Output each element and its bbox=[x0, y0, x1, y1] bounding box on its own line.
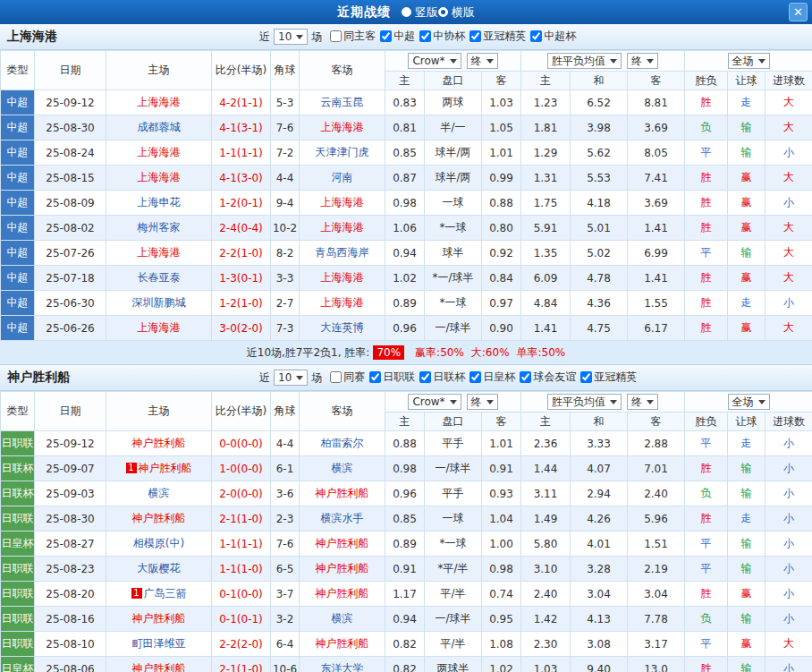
match-row: 日皇杯25-08-27相模原(中)1-1(1-1)7-6神户胜利船0.89*一球… bbox=[1, 532, 812, 557]
home-team-link[interactable]: 横滨 bbox=[106, 481, 212, 506]
away-team-link[interactable]: 大连英博 bbox=[300, 316, 385, 341]
final-odds-select[interactable]: 终 bbox=[467, 53, 498, 69]
avg-away-odds: 2.88 bbox=[628, 431, 685, 456]
final-odds-select[interactable]: 终 bbox=[467, 394, 498, 410]
away-team-link[interactable]: 神户胜利船 bbox=[300, 481, 385, 506]
home-team-link[interactable]: 大阪樱花 bbox=[106, 557, 212, 582]
filter-checkbox-0[interactable]: 同赛 bbox=[330, 370, 365, 385]
home-team-link[interactable]: 神户胜利船 bbox=[106, 431, 212, 456]
final-odds-select[interactable]: 终 bbox=[627, 394, 658, 410]
avg-home-odds: 5.80 bbox=[521, 532, 571, 557]
match-count-select[interactable]: 10 bbox=[274, 370, 308, 386]
away-team-link[interactable]: 上海海港 bbox=[300, 266, 385, 291]
checkbox-input[interactable] bbox=[419, 30, 431, 42]
checkbox-input[interactable] bbox=[369, 371, 381, 383]
filter-checkbox-2[interactable]: 中协杯 bbox=[419, 29, 465, 44]
checkbox-input[interactable] bbox=[330, 371, 342, 383]
handicap-home-odds: 0.98 bbox=[385, 191, 425, 216]
home-team-link[interactable]: 上海申花 bbox=[106, 191, 212, 216]
match-date: 25-08-10 bbox=[35, 632, 106, 657]
match-date: 25-09-07 bbox=[35, 456, 106, 481]
away-team-link[interactable]: 神户胜利船 bbox=[300, 632, 385, 657]
home-team-link[interactable]: 上海海港 bbox=[106, 90, 212, 115]
checkbox-input[interactable] bbox=[330, 30, 342, 42]
handicap-away-odds: 1.01 bbox=[482, 431, 521, 456]
away-team-link[interactable]: 上海海港 bbox=[300, 216, 385, 241]
bookmaker-select[interactable]: Crow* bbox=[408, 53, 461, 69]
filter-checkbox-1[interactable]: 日职联 bbox=[369, 370, 415, 385]
away-team-link[interactable]: 横滨 bbox=[300, 607, 385, 632]
home-team-link[interactable]: 神户胜利船 bbox=[106, 657, 212, 672]
checkbox-label: 球会友谊 bbox=[533, 370, 576, 385]
corner-count: 6-1 bbox=[271, 456, 300, 481]
goals-outcome: 小 bbox=[765, 557, 812, 582]
away-team-link[interactable]: 天津津门虎 bbox=[300, 140, 385, 166]
home-team-link[interactable]: 上海海港 bbox=[106, 316, 212, 341]
corner-count: 2-3 bbox=[271, 506, 300, 532]
filter-checkbox-4[interactable]: 球会友谊 bbox=[520, 370, 576, 385]
home-team-link[interactable]: 上海海港 bbox=[106, 241, 212, 266]
checkbox-input[interactable] bbox=[469, 371, 481, 383]
away-team-link[interactable]: 上海海港 bbox=[300, 115, 385, 140]
checkbox-input[interactable] bbox=[530, 30, 542, 42]
layout-radio-0[interactable]: 竖版 bbox=[402, 4, 438, 21]
home-team-link[interactable]: 1神户胜利船 bbox=[106, 456, 212, 481]
checkbox-input[interactable] bbox=[419, 371, 431, 383]
home-team-link[interactable]: 梅州客家 bbox=[106, 216, 212, 241]
home-team-link[interactable]: 长春亚泰 bbox=[106, 266, 212, 291]
home-team-link[interactable]: 町田泽维亚 bbox=[106, 632, 212, 657]
away-team-link[interactable]: 东洋大学 bbox=[300, 657, 385, 672]
home-team-link[interactable]: 相模原(中) bbox=[106, 532, 212, 557]
filter-checkbox-1[interactable]: 中超 bbox=[380, 29, 415, 44]
checkbox-input[interactable] bbox=[380, 30, 392, 42]
away-team-link[interactable]: 柏雷索尔 bbox=[300, 431, 385, 456]
filter-checkbox-0[interactable]: 同主客 bbox=[330, 29, 376, 44]
checkbox-input[interactable] bbox=[580, 371, 592, 383]
home-team-link[interactable]: 神户胜利船 bbox=[106, 506, 212, 532]
away-team-link[interactable]: 神户胜利船 bbox=[300, 532, 385, 557]
away-team-link[interactable]: 云南玉昆 bbox=[300, 90, 385, 115]
score: 1-1(1-1) bbox=[212, 140, 271, 166]
avg-home-odds: 1.35 bbox=[521, 241, 571, 266]
handicap-away-odds: 1.08 bbox=[482, 632, 521, 657]
col-odds-away: 客 bbox=[482, 413, 521, 431]
home-team-link[interactable]: 上海海港 bbox=[106, 166, 212, 191]
away-team-link[interactable]: 横滨 bbox=[300, 456, 385, 481]
radio-icon[interactable] bbox=[438, 7, 448, 17]
avg-home-odds: 6.09 bbox=[521, 266, 571, 291]
filter-checkbox-5[interactable]: 亚冠精英 bbox=[580, 370, 637, 385]
away-team-link[interactable]: 河南 bbox=[300, 166, 385, 191]
filter-checkbox-4[interactable]: 中超杯 bbox=[530, 29, 576, 44]
handicap-line: 平/半 bbox=[425, 632, 482, 657]
home-team-link[interactable]: 上海海港 bbox=[106, 140, 212, 166]
avg-odds-select[interactable]: 胜平负均值 bbox=[547, 53, 622, 69]
away-team-link[interactable]: 上海海港 bbox=[300, 191, 385, 216]
filter-checkbox-3[interactable]: 日皇杯 bbox=[469, 370, 515, 385]
away-team-link[interactable]: 神户胜利船 bbox=[300, 582, 385, 607]
handicap-away-odds: 0.95 bbox=[482, 607, 521, 632]
final-value: 终 bbox=[471, 395, 482, 410]
home-team-link[interactable]: 深圳新鹏城 bbox=[106, 291, 212, 316]
scope-select[interactable]: 全场 bbox=[728, 53, 770, 69]
checkbox-input[interactable] bbox=[520, 371, 531, 383]
layout-radio-1[interactable]: 横版 bbox=[438, 4, 475, 21]
filter-checkbox-2[interactable]: 日联杯 bbox=[419, 370, 465, 385]
home-team-link[interactable]: 1广岛三箭 bbox=[106, 582, 212, 607]
away-team-link[interactable]: 神户胜利船 bbox=[300, 557, 385, 582]
final-odds-select[interactable]: 终 bbox=[627, 53, 658, 69]
checkbox-input[interactable] bbox=[469, 30, 481, 42]
away-team-link[interactable]: 上海海港 bbox=[300, 291, 385, 316]
home-team-link[interactable]: 神户胜利船 bbox=[106, 607, 212, 632]
home-team-link[interactable]: 成都蓉城 bbox=[106, 115, 212, 140]
close-button[interactable]: ✕ bbox=[789, 3, 808, 21]
away-team-link[interactable]: 横滨水手 bbox=[300, 506, 385, 532]
avg-odds-select[interactable]: 胜平负均值 bbox=[547, 394, 622, 410]
radio-icon[interactable] bbox=[402, 7, 411, 17]
handicap-home-odds: 0.87 bbox=[385, 166, 425, 191]
match-count-select[interactable]: 10 bbox=[274, 29, 308, 45]
filter-checkbox-3[interactable]: 亚冠精英 bbox=[469, 29, 526, 44]
handicap-home-odds: 0.85 bbox=[385, 140, 425, 166]
scope-select[interactable]: 全场 bbox=[728, 394, 770, 410]
away-team-link[interactable]: 青岛西海岸 bbox=[300, 241, 385, 266]
bookmaker-select[interactable]: Crow* bbox=[408, 394, 461, 410]
